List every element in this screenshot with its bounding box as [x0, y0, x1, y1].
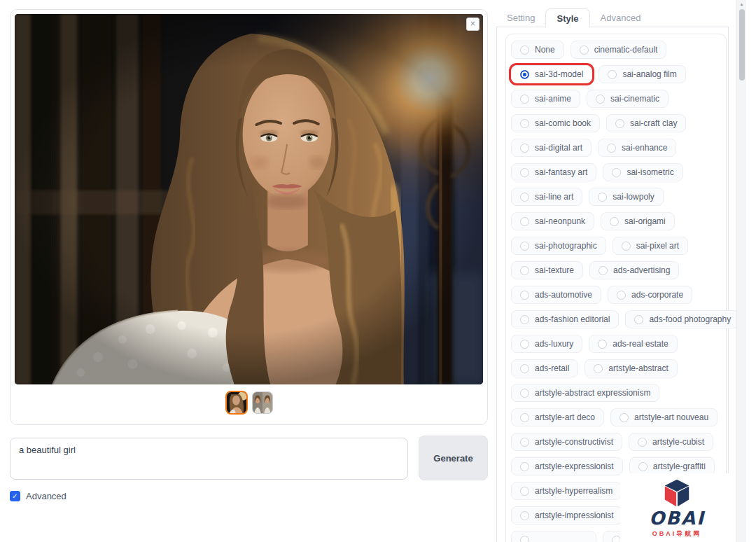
radio-icon — [634, 315, 643, 324]
style-option-sai-enhance[interactable]: sai-enhance — [598, 139, 676, 157]
style-option-artstyle-impressionist[interactable]: artstyle-impressionist — [511, 506, 623, 524]
style-option-sai-neonpunk[interactable]: sai-neonpunk — [511, 212, 594, 230]
tab-setting[interactable]: Setting — [496, 8, 545, 27]
radio-icon — [520, 266, 529, 275]
style-option-ads-advertising[interactable]: ads-advertising — [589, 261, 679, 279]
radio-icon — [520, 46, 529, 55]
style-option-None[interactable]: None — [511, 41, 564, 59]
radio-icon — [620, 413, 629, 422]
style-option-ads-food-photography[interactable]: ads-food photography — [625, 310, 740, 328]
thumbnail-row — [15, 384, 483, 421]
style-option-label: sai-enhance — [622, 143, 667, 153]
scroll-up-arrow-icon[interactable]: ▲ — [737, 0, 746, 6]
thumbnail-portrait[interactable] — [225, 391, 248, 415]
style-option-cinematic-default[interactable]: cinematic-default — [570, 41, 667, 59]
style-option-artstyle-expressionist[interactable]: artstyle-expressionist — [511, 457, 623, 475]
style-option-label: sai-line art — [535, 192, 573, 202]
radio-icon — [520, 315, 529, 324]
radio-icon — [638, 462, 648, 471]
tab-style[interactable]: Style — [545, 8, 589, 28]
style-option-artstyle-constructivist[interactable]: artstyle-constructivist — [511, 433, 622, 451]
style-option-label: artstyle-cubist — [652, 437, 704, 447]
thumbnail-pair-image — [253, 392, 272, 413]
radio-icon — [520, 217, 529, 226]
style-option-artstyle-abstract-expressionism[interactable]: artstyle-abstract expressionism — [511, 384, 659, 402]
radio-icon — [520, 487, 529, 496]
radio-icon — [520, 119, 529, 128]
prompt-input[interactable]: a beautiful girl — [10, 438, 408, 480]
style-option-ads-corporate[interactable]: ads-corporate — [608, 286, 692, 304]
check-icon: ✓ — [12, 492, 18, 500]
style-option-label: None — [535, 45, 555, 55]
style-option-ads-retail[interactable]: ads-retail — [511, 359, 578, 377]
generated-image: × — [15, 14, 483, 384]
radio-icon — [598, 340, 607, 349]
style-option-sai-comic-book[interactable]: sai-comic book — [511, 114, 600, 132]
style-option-label: artstyle-impressionist — [535, 510, 614, 520]
radio-icon — [607, 144, 616, 153]
style-option-sai-lowpoly[interactable]: sai-lowpoly — [589, 188, 663, 206]
style-option-sai-cinematic[interactable]: sai-cinematic — [587, 90, 668, 108]
thumbnail-portrait-image — [227, 392, 246, 413]
style-option-label: ads-food photography — [649, 314, 731, 324]
advanced-row: ✓ Advanced — [10, 491, 66, 501]
style-option-artstyle-cubist[interactable]: artstyle-cubist — [629, 433, 713, 451]
style-option-label: sai-digital art — [535, 143, 582, 153]
style-option-sai-digital-art[interactable]: sai-digital art — [511, 139, 592, 157]
style-option-artstyle-art-deco[interactable]: artstyle-art deco — [511, 408, 604, 426]
generate-button[interactable]: Generate — [419, 436, 488, 480]
style-option-sai-origami[interactable]: sai-origami — [601, 212, 675, 230]
style-option-sai-photographic[interactable]: sai-photographic — [511, 237, 606, 255]
scrollbar-thumb[interactable] — [739, 9, 745, 81]
style-option-label: sai-isometric — [626, 167, 673, 177]
style-option-ads-real-estate[interactable]: ads-real estate — [589, 335, 677, 353]
tab-advanced[interactable]: Advanced — [590, 8, 652, 27]
style-option-sai-craft-clay[interactable]: sai-craft clay — [606, 114, 686, 132]
close-icon[interactable]: × — [466, 18, 479, 31]
radio-icon — [520, 536, 529, 542]
style-option-sai-fantasy-art[interactable]: sai-fantasy art — [511, 163, 596, 181]
style-option-ads-fashion-editorial[interactable]: ads-fashion editorial — [511, 310, 619, 328]
style-option-sai-pixel-art[interactable]: sai-pixel art — [612, 237, 688, 255]
style-option-ads-automotive[interactable]: ads-automotive — [511, 286, 601, 304]
style-option-partial[interactable] — [511, 531, 596, 542]
style-option-label: sai-analog film — [622, 69, 676, 79]
style-option-ads-luxury[interactable]: ads-luxury — [511, 335, 582, 353]
radio-icon — [520, 511, 529, 520]
radio-icon — [520, 462, 529, 471]
style-option-sai-analog-film[interactable]: sai-analog film — [598, 65, 685, 83]
style-option-label: ads-advertising — [613, 265, 670, 275]
obai-logo: OBAI OBAI导航网 — [620, 473, 734, 542]
style-option-artstyle-abstract[interactable]: artstyle-abstract — [584, 359, 677, 377]
thumbnail-pair[interactable] — [252, 391, 273, 414]
radio-icon — [520, 242, 529, 251]
style-option-label: ads-real estate — [612, 339, 668, 349]
radio-icon — [638, 438, 647, 447]
style-option-label: sai-origami — [624, 216, 666, 226]
style-option-label: ads-corporate — [631, 290, 683, 300]
style-option-label: artstyle-expressionist — [535, 461, 614, 471]
style-option-sai-3d-model[interactable]: sai-3d-model — [511, 65, 592, 83]
style-option-sai-anime[interactable]: sai-anime — [511, 90, 580, 108]
radio-icon — [520, 438, 529, 447]
vertical-scrollbar[interactable]: ▲ — [736, 0, 746, 542]
style-option-artstyle-hyperrealism[interactable]: artstyle-hyperrealism — [511, 482, 622, 500]
radio-icon — [520, 70, 529, 79]
radio-icon — [520, 389, 529, 398]
cube-icon — [662, 478, 692, 508]
radio-icon — [520, 168, 529, 177]
style-option-label: ads-luxury — [535, 339, 573, 349]
tab-bar: SettingStyleAdvanced — [496, 7, 729, 27]
preview-card: × — [10, 9, 488, 425]
style-option-label: sai-3d-model — [535, 69, 583, 79]
radio-icon — [598, 193, 607, 202]
advanced-checkbox[interactable]: ✓ — [10, 491, 20, 501]
style-option-artstyle-art-nouveau[interactable]: artstyle-art nouveau — [610, 408, 718, 426]
style-option-sai-texture[interactable]: sai-texture — [511, 261, 583, 279]
style-option-sai-line-art[interactable]: sai-line art — [511, 188, 582, 206]
style-option-label: sai-photographic — [535, 241, 597, 251]
logo-subtext: OBAI导航网 — [652, 529, 702, 538]
style-option-label: artstyle-abstract — [608, 363, 668, 373]
logo-text: OBAI — [649, 509, 705, 527]
style-option-sai-isometric[interactable]: sai-isometric — [603, 163, 682, 181]
